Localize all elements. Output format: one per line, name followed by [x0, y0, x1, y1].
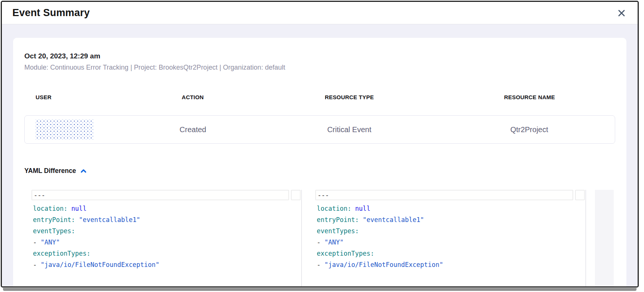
action-cell: Created	[131, 125, 255, 134]
window-bottom-shadow	[3, 288, 637, 291]
resource-name-cell: Qtr2Project	[444, 125, 615, 134]
scrollbar-stub	[575, 190, 585, 200]
event-table-header: USER ACTION RESOURCE TYPE RESOURCE NAME	[24, 94, 615, 100]
event-timestamp: Oct 20, 2023, 12:29 am	[24, 52, 615, 60]
yaml-code-line: - "ANY"	[315, 237, 586, 248]
event-summary-modal: Event Summary Oct 20, 2023, 12:29 am Mod…	[1, 1, 639, 288]
overview-scrollbar-track[interactable]	[595, 190, 614, 288]
column-header-resource-name: RESOURCE NAME	[444, 94, 615, 100]
yaml-diff-view: --- location: nullentryPoint: "eventcall…	[31, 190, 615, 288]
column-header-user: USER	[24, 94, 131, 100]
user-cell	[25, 119, 131, 140]
yaml-code-line: location: null	[31, 203, 301, 214]
yaml-code-line: entryPoint: "eventcallable1"	[315, 214, 586, 225]
yaml-code-line: eventTypes:	[315, 225, 586, 237]
yaml-code-line: location: null	[315, 203, 586, 214]
event-card: Oct 20, 2023, 12:29 am Module: Continuou…	[13, 38, 626, 288]
yaml-code-line: exceptionTypes:	[31, 248, 301, 259]
event-meta: Module: Continuous Error Tracking | Proj…	[24, 64, 615, 72]
yaml-code-line: eventTypes:	[31, 225, 301, 237]
column-header-action: ACTION	[131, 94, 255, 100]
yaml-difference-label: YAML Difference	[24, 167, 76, 175]
scrollbar-stub	[291, 190, 301, 200]
yaml-code-line: - "java/io/FileNotFoundException"	[31, 259, 301, 270]
diff-gutter	[302, 190, 315, 288]
yaml-difference-toggle[interactable]: YAML Difference	[24, 167, 615, 175]
yaml-diff-left-panel[interactable]: --- location: nullentryPoint: "eventcall…	[31, 190, 302, 288]
modal-header: Event Summary	[2, 2, 638, 24]
redacted-user-block	[36, 119, 94, 140]
yaml-diff-right-panel[interactable]: --- location: nullentryPoint: "eventcall…	[315, 190, 586, 288]
yaml-code-line: ---	[315, 190, 573, 200]
yaml-code-line: ---	[31, 190, 289, 200]
diff-first-line-row: ---	[31, 190, 301, 200]
chevron-up-icon	[80, 167, 87, 175]
close-button[interactable]	[616, 7, 627, 19]
diff-right-margin	[586, 190, 595, 288]
resource-type-cell: Critical Event	[255, 125, 444, 134]
yaml-code-line: exceptionTypes:	[315, 248, 586, 259]
yaml-code-line: entryPoint: "eventcallable1"	[31, 214, 301, 225]
diff-first-line-row: ---	[315, 190, 586, 200]
yaml-code-line: - "ANY"	[31, 237, 301, 248]
table-row: Created Critical Event Qtr2Project	[24, 115, 615, 144]
modal-body: Oct 20, 2023, 12:29 am Module: Continuou…	[2, 24, 638, 286]
page-title: Event Summary	[12, 7, 90, 19]
yaml-code-line: - "java/io/FileNotFoundException"	[315, 259, 586, 270]
column-header-resource-type: RESOURCE TYPE	[255, 94, 444, 100]
close-icon	[617, 9, 626, 18]
